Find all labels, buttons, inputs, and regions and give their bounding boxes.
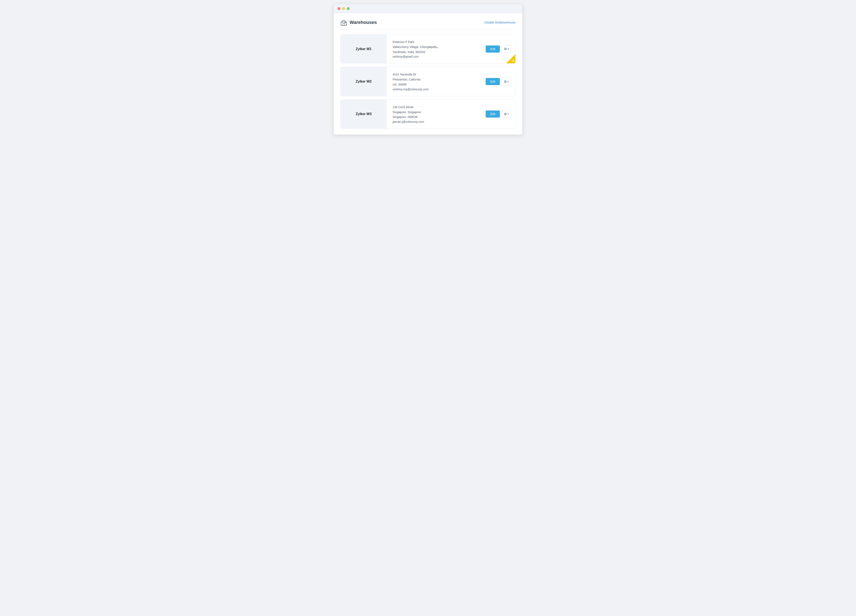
settings-button[interactable]: ⚙ ▾ [502, 45, 511, 53]
edit-button[interactable]: Edit [486, 78, 500, 85]
warehouse-card: Zylker W1 Estancia IT Park, Vallancherry… [340, 34, 516, 63]
maximize-dot[interactable] [347, 7, 349, 10]
warehouse-details: 138 Cecil Street Singapore, Singapore Si… [387, 100, 482, 128]
warehouse-details: 4141 Hacienda Dr Pleasanton, Caliornia U… [387, 67, 482, 96]
warehouse-address: 138 Cecil Street Singapore, Singapore Si… [393, 105, 476, 120]
page-content: Warehouses Disable Multiwarehouse Zylker… [334, 13, 522, 134]
warehouse-name-panel: Zylker W1 [340, 35, 387, 63]
warehouse-address: 4141 Hacienda Dr Pleasanton, Caliornia U… [393, 72, 476, 87]
gear-icon: ⚙ [504, 112, 507, 116]
page-header: Warehouses Disable Multiwarehouse [340, 19, 516, 29]
title-bar [334, 4, 522, 13]
svg-rect-1 [343, 23, 345, 25]
chevron-down-icon: ▾ [508, 113, 509, 116]
app-window: Warehouses Disable Multiwarehouse Zylker… [334, 4, 522, 134]
settings-button[interactable]: ⚙ ▾ [502, 110, 511, 118]
minimize-dot[interactable] [342, 7, 345, 10]
warehouse-actions: Edit ⚙ ▾ [482, 67, 516, 96]
gear-icon: ⚙ [504, 47, 507, 51]
warehouse-email: reshroy@gmail.com [393, 55, 476, 58]
warehouse-name-panel: Zylker W3 [340, 100, 387, 128]
warehouse-icon [340, 19, 347, 26]
chevron-down-icon: ▾ [508, 48, 509, 50]
chevron-down-icon: ▾ [508, 80, 509, 83]
settings-button[interactable]: ⚙ ▾ [502, 78, 511, 86]
warehouse-list: Zylker W1 Estancia IT Park, Vallancherry… [340, 34, 516, 129]
warehouse-name-panel: Zylker W2 [340, 67, 387, 96]
warehouse-card: Zylker W2 4141 Hacienda Dr Pleasanton, C… [340, 67, 516, 96]
page-title: Warehouses [349, 20, 377, 25]
disable-multiwarehouse-link[interactable]: Disable Multiwarehouse [484, 21, 516, 24]
warehouse-card: Zylker W3 138 Cecil Street Singapore, Si… [340, 100, 516, 129]
close-dot[interactable] [337, 7, 340, 10]
warehouse-email: jeevan.j@zohocorp.com [393, 120, 476, 123]
warehouse-address: Estancia IT Park, Vallancherry Village, … [393, 40, 476, 54]
warehouse-actions: Edit ⚙ ▾ [482, 100, 516, 128]
primary-star-icon: ★ [512, 59, 514, 62]
warehouse-name: Zylker W2 [356, 80, 372, 83]
edit-button[interactable]: Edit [486, 111, 500, 118]
warehouse-details: Estancia IT Park, Vallancherry Village, … [387, 35, 482, 63]
warehouse-name: Zylker W3 [356, 112, 372, 116]
warehouse-name: Zylker W1 [356, 47, 372, 51]
edit-button[interactable]: Edit [486, 45, 500, 52]
warehouse-email: reshma.roy@zohocorp.com [393, 88, 476, 91]
svg-rect-0 [341, 22, 346, 25]
title-group: Warehouses [340, 19, 377, 26]
gear-icon: ⚙ [504, 80, 507, 84]
svg-point-2 [345, 22, 345, 23]
